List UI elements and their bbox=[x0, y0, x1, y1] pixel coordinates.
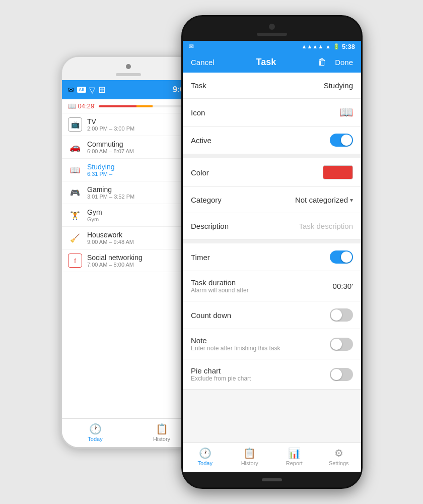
description-placeholder: Task description bbox=[299, 222, 353, 230]
today-nav-icon: 🕐 bbox=[199, 447, 212, 459]
history-nav-icon: 📋 bbox=[243, 447, 256, 459]
signal-icon: ▲▲▲▲ bbox=[302, 43, 324, 49]
form-divider-2 bbox=[183, 239, 361, 243]
bp-nav-history[interactable]: 📋 History bbox=[228, 447, 272, 466]
color-swatch[interactable] bbox=[323, 165, 353, 179]
timer-toggle[interactable] bbox=[330, 250, 353, 264]
pie-chart-label: Pie chart bbox=[191, 366, 251, 375]
category-value: Not categorized bbox=[295, 196, 348, 204]
category-row[interactable]: Category Not categorized ▾ bbox=[183, 187, 361, 213]
report-nav-label: Report bbox=[286, 460, 303, 466]
timer-label: Timer bbox=[191, 253, 210, 262]
commuting-content: Commuting 6:00 AM – 8:07 AM bbox=[87, 140, 189, 154]
bp-nav-settings[interactable]: ⚙ Settings bbox=[317, 447, 362, 466]
bp-speaker bbox=[257, 33, 287, 36]
history-icon: 📋 bbox=[156, 423, 168, 435]
commuting-icon: 🚗 bbox=[68, 140, 82, 154]
commuting-time: 6:00 AM – 8:07 AM bbox=[87, 148, 189, 154]
note-label: Note bbox=[191, 336, 280, 345]
gym-time: Gym bbox=[87, 216, 189, 222]
task-duration-value: 00:30' bbox=[333, 282, 353, 290]
task-form: Task Studying Icon 📖 Active bbox=[183, 73, 361, 443]
category-dropdown[interactable]: Not categorized ▾ bbox=[295, 196, 353, 204]
tv-time: 2:00 PM – 3:00 PM bbox=[87, 125, 189, 132]
done-button[interactable]: Done bbox=[335, 58, 353, 67]
housework-icon: 🧹 bbox=[68, 231, 82, 245]
list-item[interactable]: f Social networking 7:00 AM – 8:00 AM bbox=[62, 249, 195, 272]
countdown-row[interactable]: Count down bbox=[183, 301, 361, 329]
mail-status-icon: ✉ bbox=[189, 43, 194, 50]
today-nav-label: Today bbox=[198, 460, 213, 466]
task-row[interactable]: Task Studying bbox=[183, 73, 361, 99]
today-icon: 🕐 bbox=[89, 423, 102, 435]
battery-icon: 🔋 bbox=[333, 43, 340, 50]
mail-icon: ✉ bbox=[68, 86, 74, 94]
bp-time: 5:38 bbox=[342, 43, 355, 50]
today-label: Today bbox=[88, 436, 102, 442]
bp-camera bbox=[269, 24, 275, 30]
studying-title: Studying bbox=[87, 163, 189, 171]
black-phone: ✉ ▲▲▲▲ ▲ 🔋 5:38 Cancel Task 🗑 Done bbox=[181, 15, 363, 489]
history-label: History bbox=[153, 436, 170, 442]
bp-bottom-nav: 🕐 Today 📋 History 📊 Report ⚙ Settings bbox=[183, 443, 361, 472]
white-phone-top bbox=[62, 57, 195, 80]
housework-time: 9:00 AM – 9:48 AM bbox=[87, 239, 189, 245]
list-item[interactable]: 🚗 Commuting 6:00 AM – 8:07 AM bbox=[62, 136, 195, 159]
task-duration-row[interactable]: Task duration Alarm will sound after 00:… bbox=[183, 271, 361, 301]
list-item[interactable]: 📖 Studying 6:31 PM – bbox=[62, 159, 195, 181]
list-item[interactable]: 📺 TV 2:00 PM – 3:00 PM bbox=[62, 113, 195, 136]
countdown-toggle[interactable] bbox=[330, 308, 353, 322]
note-toggle[interactable] bbox=[330, 338, 353, 351]
tv-icon: 📺 bbox=[68, 117, 82, 132]
icon-row[interactable]: Icon 📖 bbox=[183, 99, 361, 127]
task-icon: 📖 bbox=[339, 106, 353, 119]
task-duration-label-wrap: Task duration Alarm will sound after bbox=[191, 278, 249, 294]
wp-header-icons: ✉ All ▽ ⊞ bbox=[68, 84, 106, 95]
wp-nav-today[interactable]: 🕐 Today bbox=[62, 423, 128, 442]
history-nav-label: History bbox=[241, 460, 258, 466]
pie-chart-sublabel: Exclude from pie chart bbox=[191, 375, 251, 382]
active-toggle[interactable] bbox=[330, 134, 353, 147]
wp-bottom-nav: 🕐 Today 📋 History bbox=[62, 418, 195, 447]
countdown-toggle-knob bbox=[331, 309, 342, 321]
settings-nav-label: Settings bbox=[329, 460, 349, 466]
cancel-button[interactable]: Cancel bbox=[191, 58, 215, 67]
task-screen-title: Task bbox=[256, 57, 276, 68]
action-right: 🗑 Done bbox=[318, 57, 353, 68]
studying-content: Studying 6:31 PM – bbox=[87, 163, 189, 177]
gaming-time: 3:01 PM – 3:52 PM bbox=[87, 194, 189, 200]
filter-icon: ▽ bbox=[89, 85, 95, 95]
bp-nav-report[interactable]: 📊 Report bbox=[272, 447, 317, 466]
phones-container: ✉ All ▽ ⊞ 9:00 📖 04:29' 📺 TV bbox=[60, 15, 363, 489]
note-sublabel: Enter note after finishing this task bbox=[191, 345, 280, 352]
chevron-down-icon: ▾ bbox=[350, 197, 353, 204]
color-label: Color bbox=[191, 168, 209, 177]
gym-content: Gym Gym bbox=[87, 208, 189, 222]
settings-nav-icon: ⚙ bbox=[334, 447, 343, 459]
gaming-content: Gaming 3:01 PM – 3:52 PM bbox=[87, 185, 189, 200]
wp-progress-bar bbox=[99, 105, 189, 107]
home-button[interactable] bbox=[262, 478, 282, 481]
icon-label: Icon bbox=[191, 108, 205, 117]
active-row[interactable]: Active bbox=[183, 127, 361, 154]
bp-bottom-bar bbox=[183, 472, 361, 487]
task-duration-label: Task duration bbox=[191, 278, 249, 287]
commuting-title: Commuting bbox=[87, 140, 189, 148]
pie-chart-toggle[interactable] bbox=[330, 368, 353, 381]
note-row[interactable]: Note Enter note after finishing this tas… bbox=[183, 329, 361, 359]
social-time: 7:00 AM – 8:00 AM bbox=[87, 262, 189, 268]
bp-nav-today[interactable]: 🕐 Today bbox=[183, 447, 228, 466]
timer-row[interactable]: Timer bbox=[183, 243, 361, 271]
task-duration-sublabel: Alarm will sound after bbox=[191, 287, 249, 294]
description-row[interactable]: Description Task description bbox=[183, 213, 361, 239]
pie-chart-row[interactable]: Pie chart Exclude from pie chart bbox=[183, 359, 361, 390]
list-item[interactable]: 🏋 Gym Gym bbox=[62, 204, 195, 227]
delete-icon[interactable]: 🗑 bbox=[318, 57, 327, 68]
wp-header: ✉ All ▽ ⊞ 9:00 bbox=[62, 80, 195, 99]
social-icon: f bbox=[68, 254, 82, 268]
list-item[interactable]: 🧹 Housework 9:00 AM – 9:48 AM bbox=[62, 227, 195, 249]
active-label: Active bbox=[191, 136, 212, 145]
list-item[interactable]: 🎮 Gaming 3:01 PM – 3:52 PM bbox=[62, 181, 195, 204]
status-right: ▲▲▲▲ ▲ 🔋 5:38 bbox=[302, 43, 355, 50]
color-row[interactable]: Color bbox=[183, 158, 361, 187]
